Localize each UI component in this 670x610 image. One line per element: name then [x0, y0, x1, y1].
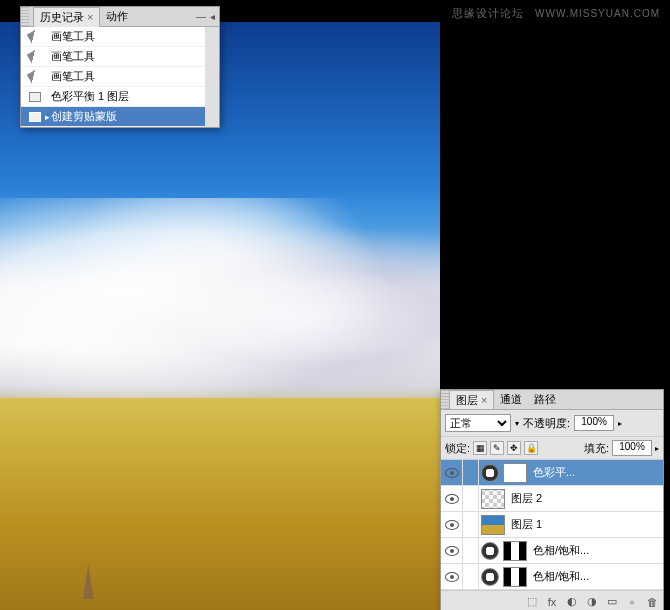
history-item[interactable]: 画笔工具 [21, 67, 205, 87]
history-list: 画笔工具 画笔工具 画笔工具 色彩平衡 1 图层 ▸ 创建剪贴蒙版 [21, 27, 219, 127]
link-col[interactable] [463, 512, 479, 537]
fill-label: 填充: [584, 441, 609, 456]
layer-thumb-icon[interactable] [481, 515, 505, 535]
folder-icon[interactable]: ▭ [605, 595, 619, 609]
lock-paint-icon[interactable]: ✎ [490, 441, 504, 455]
adjustment-thumb-icon[interactable] [481, 568, 499, 586]
layers-panel: 图层× 通道 路径 正常 ▾ 不透明度: 100% ▸ 锁定: ▦ ✎ ✥ 🔒 … [440, 389, 664, 610]
mask-icon[interactable]: ◐ [565, 595, 579, 609]
adjustment-icon[interactable]: ◑ [585, 595, 599, 609]
trash-icon[interactable]: 🗑 [645, 595, 659, 609]
chevron-right-icon[interactable]: ▸ [655, 444, 659, 453]
adjustment-thumb-icon[interactable] [481, 464, 499, 482]
panel-drag-handle[interactable] [441, 390, 449, 409]
layer-row[interactable]: 色相/饱和... [441, 538, 663, 564]
layer-row[interactable]: 色彩平... [441, 460, 663, 486]
layers-footer: ⬚ fx ◐ ◑ ▭ ▫ 🗑 [441, 590, 663, 610]
tab-layers[interactable]: 图层× [449, 390, 494, 409]
link-col[interactable] [463, 486, 479, 511]
history-item[interactable]: 画笔工具 [21, 47, 205, 67]
lock-label: 锁定: [445, 441, 470, 456]
lock-row: 锁定: ▦ ✎ ✥ 🔒 填充: 100% ▸ [441, 437, 663, 460]
tab-paths[interactable]: 路径 [528, 390, 562, 409]
link-col[interactable] [463, 460, 479, 485]
lock-transparency-icon[interactable]: ▦ [473, 441, 487, 455]
menu-icon[interactable]: ◂ [210, 11, 215, 22]
layer-icon [29, 112, 41, 122]
layer-icon [29, 92, 41, 102]
brush-icon [27, 68, 43, 84]
visibility-icon[interactable] [445, 546, 459, 556]
watermark-url: WWW.MISSYUAN.COM [535, 8, 660, 19]
ground-decoration [0, 398, 440, 610]
fx-icon[interactable]: fx [545, 595, 559, 609]
link-layers-icon[interactable]: ⬚ [525, 595, 539, 609]
watermark-title: 思缘设计论坛 [452, 7, 524, 19]
chevron-down-icon[interactable]: ▾ [515, 419, 519, 428]
history-panel-header[interactable]: 历史记录× 动作 — ◂ [21, 7, 219, 27]
brush-icon [27, 48, 43, 64]
layer-row[interactable]: 图层 1 [441, 512, 663, 538]
visibility-icon[interactable] [445, 494, 459, 504]
layer-thumb-icon[interactable] [481, 489, 505, 509]
minimize-icon[interactable]: — [196, 11, 206, 22]
history-panel: 历史记录× 动作 — ◂ 画笔工具 画笔工具 [20, 6, 220, 128]
history-item[interactable]: 画笔工具 [21, 27, 205, 47]
panel-drag-handle[interactable] [21, 7, 29, 26]
rock-decoration [79, 564, 97, 599]
visibility-icon[interactable] [445, 520, 459, 530]
layers-panel-header[interactable]: 图层× 通道 路径 [441, 390, 663, 410]
history-item[interactable]: ▸ 创建剪贴蒙版 [21, 107, 205, 127]
close-icon[interactable]: × [481, 394, 487, 406]
new-layer-icon[interactable]: ▫ [625, 595, 639, 609]
lock-move-icon[interactable]: ✥ [507, 441, 521, 455]
mask-thumb-icon[interactable] [503, 541, 527, 561]
fill-input[interactable]: 100% [612, 440, 652, 456]
mask-thumb-icon[interactable] [503, 463, 527, 483]
layers-list: 色彩平... 图层 2 图层 1 色相/饱和... 色相/饱和... [441, 460, 663, 590]
tab-channels[interactable]: 通道 [494, 390, 528, 409]
visibility-icon[interactable] [445, 572, 459, 582]
current-marker-icon: ▸ [45, 112, 50, 122]
tab-actions[interactable]: 动作 [100, 7, 134, 26]
blend-mode-select[interactable]: 正常 [445, 414, 511, 432]
watermark: 思缘设计论坛 WWW.MISSYUAN.COM [452, 6, 660, 21]
layer-row[interactable]: 色相/饱和... [441, 564, 663, 590]
close-icon[interactable]: × [87, 11, 93, 23]
scrollbar[interactable] [205, 27, 219, 127]
opacity-input[interactable]: 100% [574, 415, 614, 431]
visibility-icon[interactable] [445, 468, 459, 478]
history-item[interactable]: 色彩平衡 1 图层 [21, 87, 205, 107]
chevron-right-icon[interactable]: ▸ [618, 419, 622, 428]
layer-row[interactable]: 图层 2 [441, 486, 663, 512]
brush-icon [27, 28, 43, 44]
opacity-label: 不透明度: [523, 416, 570, 431]
layer-options-row: 正常 ▾ 不透明度: 100% ▸ [441, 410, 663, 437]
link-col[interactable] [463, 538, 479, 563]
tab-history[interactable]: 历史记录× [33, 7, 100, 27]
mask-thumb-icon[interactable] [503, 567, 527, 587]
lock-all-icon[interactable]: 🔒 [524, 441, 538, 455]
adjustment-thumb-icon[interactable] [481, 542, 499, 560]
link-col[interactable] [463, 564, 479, 589]
